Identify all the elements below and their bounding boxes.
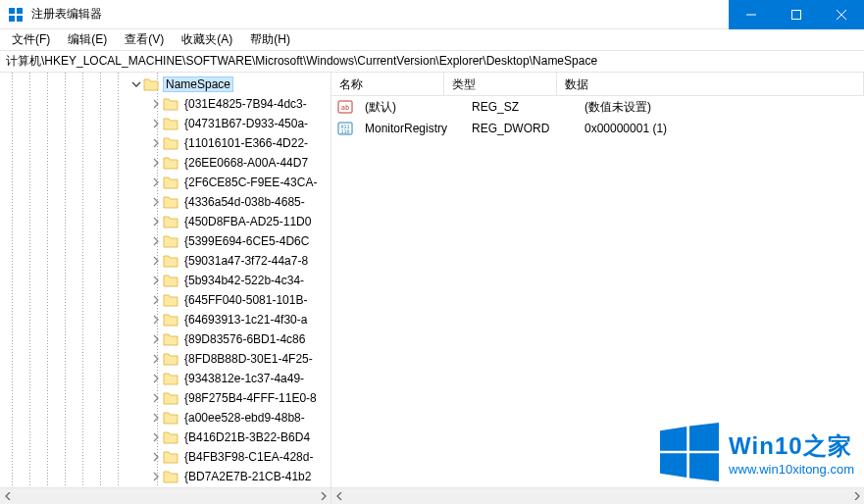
menu-view[interactable]: 查看(V) — [117, 29, 172, 50]
menu-edit[interactable]: 编辑(E) — [60, 29, 115, 50]
folder-icon — [163, 391, 178, 405]
tree-node[interactable]: {04731B67-D933-450a- — [0, 114, 330, 133]
folder-icon — [163, 136, 178, 150]
tree-node[interactable]: {BD7A2E7B-21CB-41b2 — [0, 467, 330, 486]
folder-icon — [163, 274, 178, 287]
tree-node[interactable]: {59031a47-3f72-44a7-8 — [0, 251, 330, 271]
svg-rect-2 — [9, 16, 15, 22]
menu-favorites[interactable]: 收藏夹(A) — [174, 29, 240, 50]
chevron-right-icon[interactable] — [149, 234, 163, 248]
folder-icon — [163, 313, 178, 327]
tree-node[interactable]: {89D83576-6BD1-4c86 — [0, 329, 330, 349]
tree-panel: NameSpace{031E4825-7B94-4dc3-{04731B67-D… — [0, 73, 331, 487]
column-data[interactable]: 数据 — [557, 73, 864, 95]
folder-icon — [163, 352, 178, 366]
reg-binary-icon: 011110 — [337, 121, 353, 136]
folder-icon — [163, 430, 178, 444]
tree-node-label: {98F275B4-4FFF-11E0-8 — [182, 391, 319, 405]
tree-node-label: {59031a47-3f72-44a7-8 — [182, 254, 310, 268]
chevron-right-icon[interactable] — [149, 274, 163, 287]
tree-node[interactable]: {5399E694-6CE5-4D6C — [0, 231, 330, 251]
chevron-right-icon[interactable] — [149, 254, 163, 268]
tree-node[interactable]: {2F6CE85C-F9EE-43CA- — [0, 173, 330, 192]
close-button[interactable] — [819, 0, 864, 29]
values-panel: 名称 类型 数据 ab(默认)REG_SZ(数值未设置)011110Monito… — [331, 73, 864, 487]
menu-bar: 文件(F) 编辑(E) 查看(V) 收藏夹(A) 帮助(H) — [0, 29, 864, 51]
chevron-right-icon[interactable] — [149, 332, 163, 346]
column-type[interactable]: 类型 — [444, 73, 557, 95]
value-name: MonitorRegistry — [357, 122, 464, 135]
list-body: ab(默认)REG_SZ(数值未设置)011110MonitorRegistry… — [331, 96, 864, 487]
tree-node[interactable]: {8FD8B88D-30E1-4F25- — [0, 349, 330, 369]
tree-node[interactable]: {B4FB3F98-C1EA-428d- — [0, 447, 330, 467]
tree-node-label: {B416D21B-3B22-B6D4 — [182, 430, 312, 444]
chevron-right-icon[interactable] — [149, 97, 163, 111]
tree-node[interactable]: {450D8FBA-AD25-11D0 — [0, 212, 330, 231]
column-name[interactable]: 名称 — [331, 73, 444, 95]
tree-node[interactable]: {11016101-E366-4D22- — [0, 133, 330, 153]
chevron-right-icon[interactable] — [149, 215, 163, 228]
tree-node[interactable]: {5b934b42-522b-4c34- — [0, 271, 330, 290]
folder-icon — [143, 77, 159, 91]
reg-string-icon: ab — [337, 99, 353, 115]
maximize-button[interactable] — [774, 0, 819, 29]
tree-node[interactable]: {98F275B4-4FFF-11E0-8 — [0, 388, 330, 408]
tree-node[interactable]: {031E4825-7B94-4dc3- — [0, 94, 330, 114]
address-bar[interactable]: 计算机\HKEY_LOCAL_MACHINE\SOFTWARE\Microsof… — [0, 51, 864, 73]
tree-node-label: {645FF040-5081-101B- — [182, 293, 309, 307]
app-icon — [8, 7, 24, 23]
tree-node[interactable]: {645FF040-5081-101B- — [0, 290, 330, 310]
title-bar: 注册表编辑器 — [0, 0, 864, 29]
chevron-right-icon[interactable] — [149, 352, 163, 366]
chevron-right-icon[interactable] — [149, 470, 163, 483]
chevron-right-icon[interactable] — [149, 136, 163, 150]
tree-node[interactable]: {B416D21B-3B22-B6D4 — [0, 428, 330, 447]
menu-help[interactable]: 帮助(H) — [242, 29, 298, 50]
folder-icon — [163, 117, 178, 130]
value-name: (默认) — [357, 99, 464, 116]
tree-node[interactable]: {a00ee528-ebd9-48b8- — [0, 408, 330, 428]
registry-tree[interactable]: NameSpace{031E4825-7B94-4dc3-{04731B67-D… — [0, 73, 330, 487]
chevron-right-icon[interactable] — [149, 117, 163, 130]
window-controls — [729, 0, 864, 28]
folder-icon — [163, 470, 178, 483]
tree-node[interactable]: {64693913-1c21-4f30-a — [0, 310, 330, 329]
chevron-right-icon[interactable] — [149, 293, 163, 307]
scroll-left-arrow-icon[interactable] — [0, 488, 17, 505]
tree-node-label: {B4FB3F98-C1EA-428d- — [182, 450, 315, 464]
scroll-right-arrow-icon[interactable] — [847, 488, 864, 505]
folder-icon — [163, 215, 178, 228]
menu-file[interactable]: 文件(F) — [4, 29, 58, 50]
value-data: (数值未设置) — [577, 99, 864, 116]
address-path: 计算机\HKEY_LOCAL_MACHINE\SOFTWARE\Microsof… — [6, 53, 597, 70]
chevron-right-icon[interactable] — [149, 156, 163, 170]
value-type: REG_DWORD — [464, 122, 577, 135]
tree-node[interactable]: {9343812e-1c37-4a49- — [0, 369, 330, 388]
chevron-down-icon[interactable] — [129, 77, 143, 91]
tree-node-label: {26EE0668-A00A-44D7 — [182, 156, 310, 170]
tree-node-namespace[interactable]: NameSpace — [0, 75, 330, 94]
chevron-right-icon[interactable] — [149, 430, 163, 444]
svg-text:110: 110 — [340, 128, 349, 134]
chevron-right-icon[interactable] — [149, 411, 163, 425]
chevron-right-icon[interactable] — [149, 391, 163, 405]
tree-node-label: {8FD8B88D-30E1-4F25- — [182, 352, 315, 366]
chevron-right-icon[interactable] — [149, 372, 163, 385]
chevron-right-icon[interactable] — [149, 313, 163, 327]
chevron-right-icon[interactable] — [149, 176, 163, 189]
value-row[interactable]: 011110MonitorRegistryREG_DWORD0x00000001… — [331, 118, 864, 139]
minimize-button[interactable] — [729, 0, 774, 29]
scroll-right-arrow-icon[interactable] — [314, 488, 330, 505]
tree-node-label: {04731B67-D933-450a- — [182, 117, 310, 130]
chevron-right-icon[interactable] — [149, 195, 163, 209]
tree-node[interactable]: {26EE0668-A00A-44D7 — [0, 153, 330, 173]
tree-node[interactable]: {4336a54d-038b-4685- — [0, 192, 330, 212]
tree-node-label: {89D83576-6BD1-4c86 — [182, 332, 307, 346]
tree-node-label: {5399E694-6CE5-4D6C — [182, 234, 311, 248]
folder-icon — [163, 450, 178, 464]
tree-node-label: {5b934b42-522b-4c34- — [182, 274, 306, 287]
value-row[interactable]: ab(默认)REG_SZ(数值未设置) — [331, 96, 864, 118]
scroll-left-arrow-icon[interactable] — [331, 488, 348, 505]
chevron-right-icon[interactable] — [149, 450, 163, 464]
folder-icon — [163, 234, 178, 248]
